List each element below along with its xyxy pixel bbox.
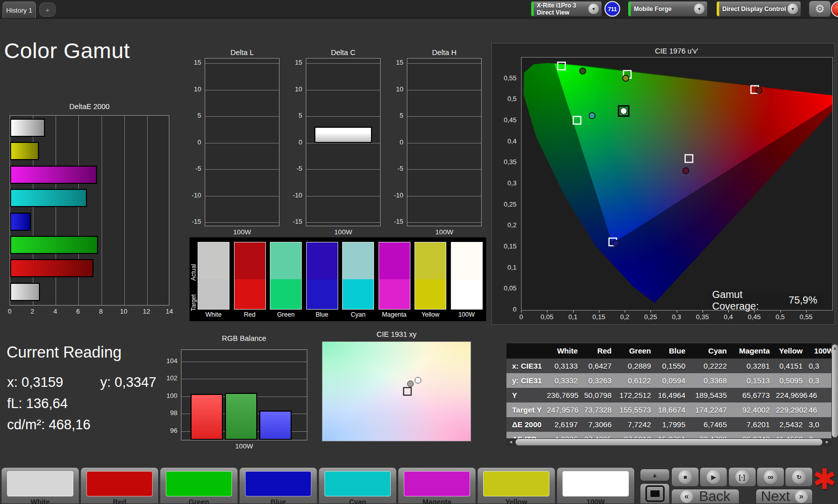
chevron-down-icon: ▼ (588, 4, 599, 14)
axis-tick-label: -10 (192, 191, 201, 199)
axis-tick-label: 0,1 (567, 313, 580, 321)
pattern-button-white[interactable]: White (1, 467, 79, 504)
pattern-button-100w[interactable]: 100W (556, 467, 635, 504)
meter-dropdown[interactable]: X-Rite i1Pro 3 Direct View ▼ (531, 1, 602, 17)
axis-tick-label: -10 (394, 191, 403, 199)
swatch-pair-magenta (379, 242, 410, 309)
swatch-label: White (198, 311, 229, 318)
swatch-pair-red (235, 242, 265, 309)
table-cell: 0,3263 (584, 373, 618, 388)
swatch-actual (343, 242, 374, 279)
refresh-icon: ↻ (792, 470, 806, 484)
delta-h-plot (407, 58, 482, 226)
cie1931-title: CIE 1931 xy (322, 330, 471, 338)
table-row-label: y: CIE31 (506, 373, 547, 388)
axis-tick-label: 0,05 (540, 313, 553, 321)
stop-button[interactable]: ■ (671, 467, 699, 487)
axis-tick-label: 0,55 (504, 74, 517, 82)
grid-line (102, 116, 102, 305)
axis-tick-label: 0,45 (748, 313, 761, 321)
axis-tick-mark (780, 310, 781, 313)
deltae-bar-yellow (10, 142, 39, 160)
display-control-dropdown[interactable]: Direct Display Control ▼ (716, 1, 801, 17)
delta-h-yticks: 151050-5-10-15 (391, 58, 406, 226)
table-row: Target Y247,957673,7328155,557318,667417… (506, 402, 831, 417)
axis-tick-label: 5 (198, 112, 201, 119)
swatch-pair-yellow (415, 242, 446, 309)
source-dropdown[interactable]: Mobile Forge ▼ (628, 1, 708, 17)
rgb-bar-red (191, 394, 223, 440)
table-horizontal-scrollbar[interactable]: ◄ ► (506, 438, 831, 446)
pattern-button-red[interactable]: Red (80, 467, 159, 504)
pattern-button-blue[interactable]: Blue (239, 467, 317, 504)
swatch-actual (451, 242, 482, 279)
pattern-button-cyan[interactable]: Cyan (318, 467, 397, 504)
table-cell: 0,3281 (733, 359, 776, 373)
tab-history-1[interactable]: History 1 (3, 2, 36, 18)
table-cell: 26,9740 (733, 432, 776, 438)
add-tab-button[interactable]: + (39, 3, 56, 17)
settings-button[interactable]: ⚙ (809, 1, 831, 17)
axis-tick-label: -15 (394, 218, 403, 225)
axis-tick-label: 12 (140, 308, 153, 315)
pattern-button-label: Red (81, 498, 158, 504)
grid-line (147, 116, 148, 305)
pattern-button-label: Magenta (398, 498, 476, 504)
white-point-measured (620, 108, 627, 114)
swatch-row-label-target: Target (190, 282, 197, 311)
axis-tick-label: 0,15 (592, 313, 606, 321)
axis-tick-label: 0,5 (507, 95, 517, 103)
swatch-row-label-actual: Actual (190, 244, 197, 281)
back-button-label: Back (699, 488, 730, 504)
swatch-target (415, 279, 446, 309)
cie1931-measured-filled (407, 381, 413, 387)
axis-tick-label: 0 (515, 313, 528, 321)
pattern-button-magenta[interactable]: Magenta (398, 467, 476, 504)
axis-tick-label: 6 (71, 308, 84, 315)
axis-tick-label: 0 (299, 138, 302, 146)
table-vertical-scrollbar[interactable]: ▲ (832, 344, 838, 437)
scroll-up-icon: ▲ (832, 344, 838, 350)
deltae-bar-white (10, 283, 40, 301)
refresh-button[interactable]: ↻ (785, 467, 813, 487)
app-window: History 1 + X-Rite i1Pro 3 Direct View ▼… (0, 0, 838, 504)
delta-l-yticks: 151050-5-10-15 (189, 58, 204, 226)
continuous-button[interactable]: ∞ (757, 467, 784, 487)
back-button[interactable]: « Back (671, 489, 739, 504)
axis-tick-label: 96 (170, 427, 177, 434)
reading-xy: x: 0,3159 y: 0,3347 (7, 375, 156, 390)
axis-tick-label: 0 (3, 308, 16, 315)
table-cell: 247,9576 (547, 402, 584, 417)
play-button[interactable]: ▶ (700, 467, 727, 487)
pattern-button-green[interactable]: Green (160, 467, 238, 504)
pattern-button-label: Cyan (319, 498, 396, 504)
actual-target-swatch-strip: Actual Target WhiteRedGreenBlueCyanMagen… (190, 237, 486, 321)
axis-tick-label: 0 (198, 138, 201, 146)
measured-marker-magenta (683, 168, 689, 174)
pattern-button-yellow[interactable]: Yellow (477, 467, 555, 504)
grid-line (181, 379, 307, 379)
axis-tick-label: 0,45 (504, 116, 517, 124)
table-header-cell: White (547, 343, 584, 359)
scrollbar-thumb[interactable] (516, 439, 822, 445)
axis-tick-label: 0,2 (507, 221, 517, 229)
deltae-bar-100w (10, 119, 45, 137)
rgb-bar-blue (259, 411, 292, 440)
next-button[interactable]: Next » (756, 489, 813, 504)
axis-tick-label: 0,2 (618, 313, 631, 321)
table-cell: 0,3332 (547, 373, 584, 388)
axis-tick-label: -5 (397, 165, 403, 172)
table-header-cell (506, 343, 547, 359)
table-cell: 33,4708 (691, 432, 733, 438)
swatch-pair-100w (451, 242, 482, 309)
pattern-size-button[interactable]: [·] (728, 467, 756, 487)
current-reading-heading: Current Reading (7, 343, 121, 362)
swatch-pair-blue (307, 242, 338, 309)
table-header-cell: Blue (657, 343, 691, 359)
delta-l-title: Delta L (205, 48, 280, 57)
table-row-label: Y (506, 388, 547, 402)
pattern-up-button[interactable]: ▲ (640, 469, 670, 481)
table-cell: 15,0761 (657, 432, 691, 438)
table-cell: 0,3368 (691, 373, 733, 388)
pattern-window-button[interactable] (640, 483, 670, 504)
